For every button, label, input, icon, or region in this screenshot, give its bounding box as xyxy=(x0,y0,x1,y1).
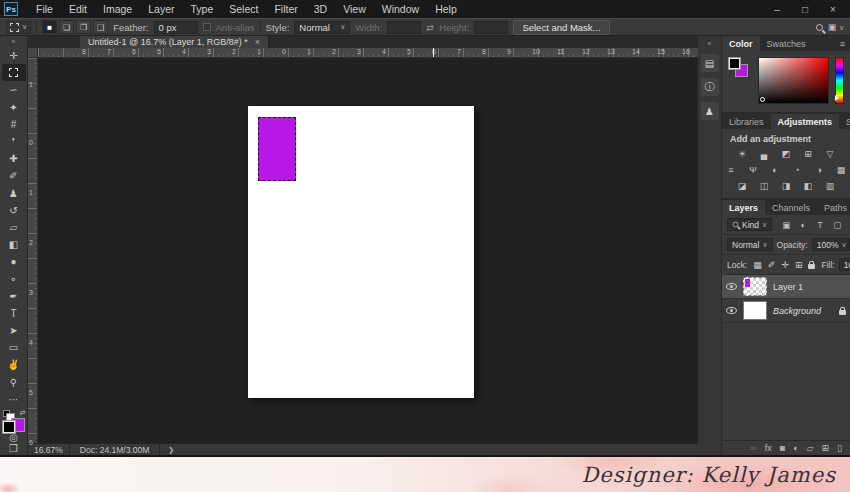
type-tool[interactable]: T xyxy=(2,305,26,322)
new-group-icon[interactable]: ▱ xyxy=(807,443,814,453)
filter-shape-layers-icon[interactable]: ▢ xyxy=(831,219,843,231)
brightness-contrast-adjustment-icon[interactable]: ☀ xyxy=(736,148,749,160)
delete-layer-icon[interactable]: ▯ xyxy=(837,443,842,453)
maximize-button[interactable]: □ xyxy=(792,4,818,15)
info-panel-icon[interactable]: ⓘ xyxy=(701,78,719,96)
toolbar-expand-icon[interactable]: » xyxy=(12,37,16,47)
new-selection-mode-button[interactable]: ■ xyxy=(42,20,57,34)
menu-item[interactable]: View xyxy=(335,3,374,15)
layer-thumbnail[interactable] xyxy=(743,301,767,320)
rectangular-marquee-tool[interactable] xyxy=(2,64,26,81)
panel-tab[interactable]: Styles xyxy=(839,114,850,129)
add-to-selection-mode-button[interactable]: ❏ xyxy=(59,20,74,34)
menu-item[interactable]: Help xyxy=(427,3,465,15)
vibrance-adjustment-icon[interactable]: ▽ xyxy=(824,148,837,160)
edit-toolbar-button[interactable]: ⋯ xyxy=(2,391,26,408)
canvas-pasteboard[interactable] xyxy=(38,58,698,443)
menu-item[interactable]: File xyxy=(28,3,61,15)
selection-marquee-rect[interactable] xyxy=(258,117,296,181)
tool-preset-badge[interactable]: ∨ xyxy=(6,21,31,34)
document-tab[interactable]: Untitled-1 @ 16.7% (Layer 1, RGB/8#) * × xyxy=(80,36,269,48)
filter-adjustment-layers-icon[interactable]: ◐ xyxy=(797,219,809,231)
lock-all-icon[interactable] xyxy=(808,264,815,269)
eraser-tool[interactable]: ▱ xyxy=(2,219,26,236)
filter-type-layers-icon[interactable]: T xyxy=(814,219,826,231)
invert-adjustment-icon[interactable]: ◪ xyxy=(736,180,749,192)
photoshop-app-icon[interactable]: Ps xyxy=(4,2,18,16)
menu-item[interactable]: Layer xyxy=(140,3,182,15)
link-layers-icon[interactable]: ∞ xyxy=(750,443,756,453)
menu-item[interactable]: Image xyxy=(95,3,140,15)
panel-tab[interactable]: Adjustments xyxy=(771,114,840,129)
panel-tab[interactable]: Libraries xyxy=(722,114,771,129)
zoom-level-field[interactable]: 16.67% xyxy=(28,444,70,455)
path-selection-tool[interactable]: ➤ xyxy=(2,322,26,339)
zoom-tool[interactable]: ⚲ xyxy=(2,374,26,391)
menu-item[interactable]: Filter xyxy=(266,3,305,15)
panel-tab[interactable]: Color xyxy=(722,36,760,51)
eyedropper-tool[interactable]: ❜ xyxy=(2,133,26,150)
status-chevron-icon[interactable]: ❯ xyxy=(160,446,182,454)
panel-tab[interactable]: Paths xyxy=(817,200,850,215)
threshold-adjustment-icon[interactable]: ◨ xyxy=(780,180,793,192)
history-brush-tool[interactable]: ↺ xyxy=(2,202,26,219)
hand-tool[interactable]: ✌ xyxy=(2,356,26,373)
clone-stamp-tool[interactable]: ♟ xyxy=(2,185,26,202)
lock-artboard-icon[interactable]: ⊞ xyxy=(795,260,803,270)
document-canvas[interactable] xyxy=(248,106,474,398)
anti-alias-checkbox[interactable] xyxy=(203,23,211,31)
menu-item[interactable]: Edit xyxy=(61,3,95,15)
brush-tool[interactable]: ✐ xyxy=(2,167,26,184)
blur-tool[interactable]: ● xyxy=(2,253,26,270)
lock-position-icon[interactable]: ✛ xyxy=(781,260,789,270)
panel-tab[interactable]: Layers xyxy=(722,200,765,215)
curves-adjustment-icon[interactable]: ◩ xyxy=(780,148,793,160)
menu-item[interactable]: Select xyxy=(221,3,266,15)
quick-selection-tool[interactable]: ✦ xyxy=(2,99,26,116)
minimize-button[interactable]: – xyxy=(764,4,790,15)
visibility-eye-icon[interactable] xyxy=(726,307,737,314)
foreground-color-swatch[interactable] xyxy=(728,57,741,70)
exposure-adjustment-icon[interactable]: ⊞ xyxy=(802,148,815,160)
new-adjustment-layer-icon[interactable]: ◐ xyxy=(793,443,798,453)
style-dropdown[interactable]: Normal ∨ xyxy=(294,21,350,34)
color-picker-dot[interactable] xyxy=(760,97,765,102)
workspace-switcher-icon[interactable]: ▣ ∨ xyxy=(828,22,844,32)
panel-menu-icon[interactable]: ≡ xyxy=(835,36,850,51)
select-and-mask-button[interactable]: Select and Mask... xyxy=(513,20,609,35)
swap-dimensions-icon[interactable]: ⇄ xyxy=(426,22,434,33)
hue-slider[interactable] xyxy=(835,57,844,104)
layer-filter-dropdown[interactable]: Kind ∨ xyxy=(727,218,772,231)
rectangle-tool[interactable]: ▭ xyxy=(2,339,26,356)
photo-filter-adjustment-icon[interactable]: ◔ xyxy=(791,164,804,176)
menu-item[interactable]: 3D xyxy=(306,3,335,15)
menu-item[interactable]: Type xyxy=(182,3,221,15)
move-tool[interactable]: ✛ xyxy=(2,47,26,64)
search-icon[interactable] xyxy=(816,24,823,31)
menu-item[interactable]: Window xyxy=(374,3,427,15)
width-input[interactable] xyxy=(387,21,421,34)
lasso-tool[interactable]: ∽ xyxy=(2,81,26,98)
pen-tool[interactable]: ✒ xyxy=(2,288,26,305)
blend-mode-dropdown[interactable]: Normal ∨ xyxy=(727,238,773,251)
filter-pixel-layers-icon[interactable]: ▣ xyxy=(780,219,792,231)
opacity-dropdown[interactable]: 100% ∨ xyxy=(812,238,850,251)
history-panel-icon[interactable]: ▤ xyxy=(701,54,719,72)
lock-transparent-pixels-icon[interactable]: ▦ xyxy=(753,260,762,270)
dodge-tool[interactable]: ⚬ xyxy=(2,270,26,287)
posterize-adjustment-icon[interactable]: ◫ xyxy=(758,180,771,192)
panel-tab[interactable]: Swatches xyxy=(760,36,813,51)
color-lookup-adjustment-icon[interactable]: ▦ xyxy=(835,164,848,176)
new-layer-icon[interactable]: ⊞ xyxy=(822,443,830,453)
screen-mode-button[interactable]: ❒ xyxy=(2,443,26,454)
saturation-brightness-field[interactable] xyxy=(758,57,829,104)
hue-saturation-adjustment-icon[interactable]: ≡ xyxy=(725,164,738,176)
crop-tool[interactable]: # xyxy=(2,116,26,133)
layer-effects-icon[interactable]: fx xyxy=(765,443,772,453)
channel-mixer-adjustment-icon[interactable]: ◑ xyxy=(813,164,826,176)
visibility-eye-icon[interactable] xyxy=(726,283,737,290)
default-colors-icon[interactable] xyxy=(3,410,10,417)
gradient-tool[interactable]: ◧ xyxy=(2,236,26,253)
expand-dock-chevrons[interactable]: « xyxy=(708,40,712,48)
black-white-adjustment-icon[interactable]: ◐ xyxy=(769,164,782,176)
